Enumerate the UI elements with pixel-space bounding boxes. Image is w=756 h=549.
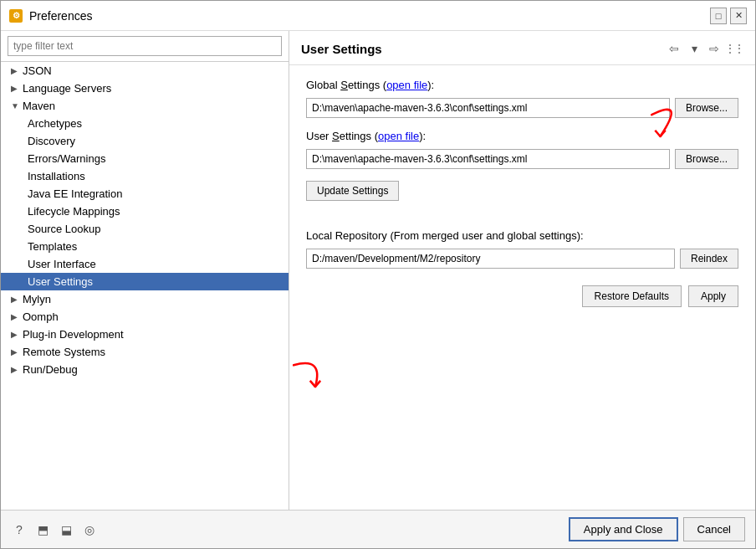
local-repo-label: Local Repository (From merged user and g…: [306, 229, 738, 242]
arrow-icon: ▶: [11, 347, 19, 357]
tree-item-templates[interactable]: Templates: [1, 238, 289, 255]
tree-label: Mylyn: [23, 293, 51, 305]
update-settings-button[interactable]: Update Settings: [306, 181, 399, 201]
tree-label: JSON: [23, 64, 52, 77]
arrow-icon: ▶: [11, 66, 19, 75]
global-settings-path-input[interactable]: [306, 98, 670, 118]
import-icon[interactable]: ⬓: [58, 521, 74, 538]
title-bar: ⚙ Preferences □ ✕: [1, 1, 755, 31]
toolbar-icons: ⇦ ▾ ⇨ ⋮⋮: [665, 39, 743, 58]
window-controls: □ ✕: [710, 8, 747, 24]
tree-label: Maven: [23, 100, 55, 112]
main-content: ▶ JSON ▶ Language Servers ▼ Maven Archet…: [1, 31, 755, 510]
arrow-icon: ▶: [11, 365, 19, 374]
settings-icon[interactable]: ◎: [81, 521, 98, 538]
tree-label: Lifecycle Mappings: [28, 205, 120, 218]
right-actions: Restore Defaults Apply: [306, 285, 738, 307]
tree-item-run-debug[interactable]: ▶ Run/Debug: [1, 361, 289, 378]
title-bar-left: ⚙ Preferences: [9, 9, 92, 23]
reindex-button[interactable]: Reindex: [680, 249, 738, 269]
cancel-button[interactable]: Cancel: [683, 517, 745, 541]
user-settings-label: User Settings (open file):: [306, 130, 738, 142]
restore-defaults-button[interactable]: Restore Defaults: [582, 285, 682, 307]
bottom-icons: ? ⬒ ⬓ ◎: [11, 521, 98, 538]
tree-item-remote-systems[interactable]: ▶ Remote Systems: [1, 343, 289, 361]
help-icon[interactable]: ?: [11, 521, 28, 538]
bottom-bar: ? ⬒ ⬓ ◎ Apply and Close Cancel: [1, 510, 755, 548]
minimize-button[interactable]: □: [710, 8, 727, 24]
tree-label: User Interface: [28, 258, 96, 270]
arrow-icon: ▶: [11, 84, 19, 93]
tree-item-archetypes[interactable]: Archetypes: [1, 115, 289, 132]
tree-item-language-servers[interactable]: ▶ Language Servers: [1, 80, 289, 97]
user-settings-path-input[interactable]: [306, 149, 670, 169]
forward-button[interactable]: ⇨: [705, 39, 723, 58]
tree-item-oomph[interactable]: ▶ Oomph: [1, 308, 289, 326]
filter-container: [1, 31, 289, 62]
tree-label: Discovery: [28, 135, 75, 147]
back-dropdown-button[interactable]: ▾: [685, 39, 703, 58]
tree-label: Archetypes: [28, 117, 82, 130]
tree-label: Oomph: [23, 310, 59, 323]
back-button[interactable]: ⇦: [665, 39, 683, 58]
tree-label: Templates: [28, 240, 77, 253]
tree-label: Remote Systems: [23, 346, 105, 358]
right-panel: User Settings ⇦ ▾ ⇨ ⋮⋮: [289, 31, 755, 510]
tree-item-maven[interactable]: ▼ Maven: [1, 97, 289, 115]
tree-label: Plug-in Development: [23, 328, 124, 341]
user-settings-link[interactable]: open file: [378, 130, 419, 142]
tree-label: Run/Debug: [23, 363, 78, 376]
right-header: User Settings ⇦ ▾ ⇨ ⋮⋮: [289, 31, 755, 65]
tree-item-source-lookup[interactable]: Source Lookup: [1, 220, 289, 238]
panel-title: User Settings: [301, 42, 382, 56]
tree-label: Errors/Warnings: [28, 152, 105, 165]
user-browse-button[interactable]: Browse...: [675, 149, 738, 169]
tree-container: ▶ JSON ▶ Language Servers ▼ Maven Archet…: [1, 62, 289, 510]
tree-item-json[interactable]: ▶ JSON: [1, 62, 289, 80]
user-settings-row: Browse...: [306, 149, 738, 169]
tree-item-lifecycle-mappings[interactable]: Lifecycle Mappings: [1, 203, 289, 220]
app-icon: ⚙: [9, 9, 23, 23]
tree-label: Language Servers: [23, 82, 111, 95]
tree-label: Installations: [28, 170, 85, 182]
tree-label: Java EE Integration: [28, 187, 122, 200]
local-repo-row: Reindex: [306, 249, 738, 269]
tree-item-mylyn[interactable]: ▶ Mylyn: [1, 290, 289, 308]
tree-item-user-settings[interactable]: User Settings: [1, 273, 289, 290]
global-settings-link[interactable]: open file: [386, 79, 427, 91]
apply-button[interactable]: Apply: [688, 285, 738, 307]
tree-label: Source Lookup: [28, 223, 100, 235]
tree-item-installations[interactable]: Installations: [1, 167, 289, 185]
filter-input[interactable]: [8, 36, 282, 56]
window-title: Preferences: [29, 9, 92, 23]
global-browse-button[interactable]: Browse...: [675, 98, 738, 118]
local-repo-path-input[interactable]: [306, 249, 675, 269]
left-panel: ▶ JSON ▶ Language Servers ▼ Maven Archet…: [1, 31, 289, 510]
tree-item-errors-warnings[interactable]: Errors/Warnings: [1, 150, 289, 167]
apply-and-close-button[interactable]: Apply and Close: [569, 517, 678, 541]
arrow-icon: ▶: [11, 330, 19, 339]
bottom-right-buttons: Apply and Close Cancel: [569, 517, 745, 541]
preferences-window: ⚙ Preferences □ ✕ ▶ JSON ▶ Language Serv…: [0, 0, 756, 549]
menu-button[interactable]: ⋮⋮: [725, 39, 743, 58]
tree-item-discovery[interactable]: Discovery: [1, 132, 289, 150]
arrow-icon: ▶: [11, 295, 19, 304]
tree-label: User Settings: [28, 275, 93, 288]
global-settings-label: Global Settings (open file):: [306, 79, 738, 91]
export-icon[interactable]: ⬒: [34, 521, 51, 538]
tree-item-java-ee-integration[interactable]: Java EE Integration: [1, 185, 289, 203]
right-content: Global Settings (open file): Browse... U…: [289, 65, 755, 510]
close-button[interactable]: ✕: [730, 8, 747, 24]
tree-item-user-interface[interactable]: User Interface: [1, 255, 289, 273]
arrow-icon: ▼: [11, 101, 19, 110]
global-settings-row: Browse...: [306, 98, 738, 118]
arrow-icon: ▶: [11, 312, 19, 321]
tree-item-plugin-development[interactable]: ▶ Plug-in Development: [1, 326, 289, 343]
